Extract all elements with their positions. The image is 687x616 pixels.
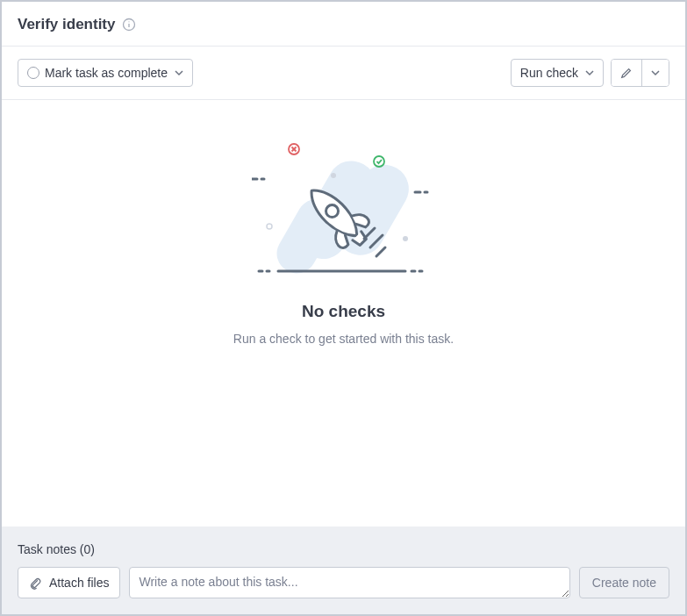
paperclip-icon bbox=[29, 577, 42, 590]
notes-row: Attach files Create note bbox=[18, 567, 669, 598]
attach-files-label: Attach files bbox=[49, 576, 109, 590]
svg-point-7 bbox=[403, 236, 408, 241]
info-icon[interactable] bbox=[122, 18, 136, 32]
create-note-label: Create note bbox=[592, 576, 656, 590]
attach-files-button[interactable]: Attach files bbox=[18, 567, 120, 598]
edit-menu-button[interactable] bbox=[641, 60, 669, 86]
toolbar-right: Run check bbox=[511, 59, 669, 87]
mark-complete-label: Mark task as complete bbox=[45, 66, 168, 80]
edit-split-button bbox=[611, 59, 669, 87]
edit-button[interactable] bbox=[612, 60, 641, 86]
chevron-down-icon bbox=[651, 68, 660, 77]
pencil-icon bbox=[620, 67, 633, 79]
svg-line-25 bbox=[376, 247, 385, 256]
chevron-down-icon bbox=[585, 68, 594, 77]
task-notes-section: Task notes (0) Attach files Create note bbox=[2, 526, 685, 614]
page-title: Verify identity bbox=[18, 16, 115, 33]
run-check-label: Run check bbox=[520, 66, 578, 80]
svg-point-8 bbox=[267, 224, 272, 229]
run-check-button[interactable]: Run check bbox=[511, 59, 604, 87]
empty-title: No checks bbox=[302, 302, 385, 321]
empty-subtitle: Run a check to get started with this tas… bbox=[233, 332, 454, 346]
task-notes-title: Task notes (0) bbox=[18, 542, 669, 556]
circle-icon bbox=[27, 67, 39, 79]
svg-point-2 bbox=[129, 21, 130, 22]
empty-state: No checks Run a check to get started wit… bbox=[2, 100, 685, 526]
mark-complete-button[interactable]: Mark task as complete bbox=[18, 59, 193, 87]
panel-header: Verify identity bbox=[2, 2, 685, 47]
create-note-button[interactable]: Create note bbox=[579, 567, 669, 598]
chevron-down-icon bbox=[175, 68, 183, 77]
toolbar: Mark task as complete Run check bbox=[2, 47, 685, 100]
verify-identity-panel: Verify identity Mark task as complete Ru… bbox=[0, 0, 687, 616]
svg-point-12 bbox=[374, 156, 384, 167]
note-input[interactable] bbox=[129, 567, 569, 598]
svg-point-6 bbox=[331, 173, 336, 178]
rocket-illustration bbox=[252, 135, 436, 284]
